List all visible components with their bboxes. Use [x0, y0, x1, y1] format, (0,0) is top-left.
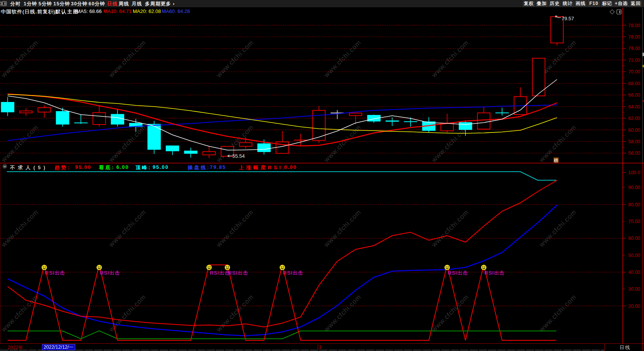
- svg-text:www.cfchi.com: www.cfchi.com: [0, 123, 40, 164]
- svg-text:www.cfchi.com: www.cfchi.com: [0, 208, 40, 249]
- svg-text:60.00: 60.00: [628, 128, 640, 133]
- svg-text:72.00: 72.00: [628, 58, 640, 63]
- svg-text:www.cfchi.com: www.cfchi.com: [430, 39, 470, 79]
- svg-text:RSI出击: RSI出击: [45, 270, 65, 276]
- svg-text:RSI出击: RSI出击: [485, 270, 505, 276]
- svg-text:榜: 榜: [554, 158, 558, 163]
- svg-text:www.cfchi.com: www.cfchi.com: [107, 39, 147, 79]
- svg-text:68.00: 68.00: [628, 81, 640, 86]
- svg-text:RSI出击: RSI出击: [228, 270, 248, 276]
- svg-text:30.00: 30.00: [628, 286, 640, 292]
- svg-text:www.cfchi.com: www.cfchi.com: [214, 208, 255, 249]
- svg-text:www.cfchi.com: www.cfchi.com: [537, 293, 578, 333]
- svg-text:www.cfchi.com: www.cfchi.com: [214, 293, 255, 333]
- svg-text:79.57: 79.57: [562, 16, 574, 21]
- svg-text:www.cfchi.com: www.cfchi.com: [537, 208, 578, 249]
- svg-text:www.cfchi.com: www.cfchi.com: [322, 293, 362, 333]
- svg-text:90.00: 90.00: [628, 185, 640, 190]
- svg-text:www.cfchi.com: www.cfchi.com: [0, 39, 40, 79]
- svg-text:50.00: 50.00: [628, 253, 640, 258]
- svg-text:www.cfchi.com: www.cfchi.com: [107, 123, 147, 164]
- svg-text:60.00: 60.00: [628, 236, 640, 241]
- svg-text:64.00: 64.00: [628, 104, 640, 110]
- svg-text:66.00: 66.00: [628, 92, 640, 98]
- svg-text:www.cfchi.com: www.cfchi.com: [107, 208, 147, 249]
- svg-text:RSI出击: RSI出击: [100, 270, 120, 276]
- svg-text:RSI出击: RSI出击: [210, 270, 230, 276]
- svg-text:55.54: 55.54: [232, 153, 245, 159]
- svg-text:RSI出击: RSI出击: [448, 270, 468, 276]
- svg-text:56.00: 56.00: [628, 150, 640, 156]
- svg-text:76.00: 76.00: [628, 34, 640, 40]
- svg-text:70.00: 70.00: [628, 69, 640, 74]
- svg-text:70.00: 70.00: [628, 219, 640, 224]
- svg-text:www.cfchi.com: www.cfchi.com: [430, 208, 470, 249]
- svg-text:62.00: 62.00: [628, 116, 640, 121]
- svg-text:RSI出击: RSI出击: [283, 270, 303, 276]
- svg-text:www.cfchi.com: www.cfchi.com: [0, 293, 40, 333]
- svg-text:www.cfchi.com: www.cfchi.com: [322, 208, 362, 249]
- svg-text:40.00: 40.00: [628, 270, 640, 275]
- svg-text:80.00: 80.00: [628, 202, 640, 207]
- svg-text:www.cfchi.com: www.cfchi.com: [214, 39, 255, 79]
- svg-text:100.0: 100.0: [628, 170, 640, 175]
- svg-text:74.00: 74.00: [628, 46, 640, 51]
- svg-text:58.00: 58.00: [628, 139, 640, 144]
- svg-text:www.cfchi.com: www.cfchi.com: [430, 293, 470, 333]
- svg-text:78.00: 78.00: [628, 23, 640, 28]
- svg-text:www.cfchi.com: www.cfchi.com: [322, 39, 362, 79]
- svg-text:20.00: 20.00: [628, 304, 640, 309]
